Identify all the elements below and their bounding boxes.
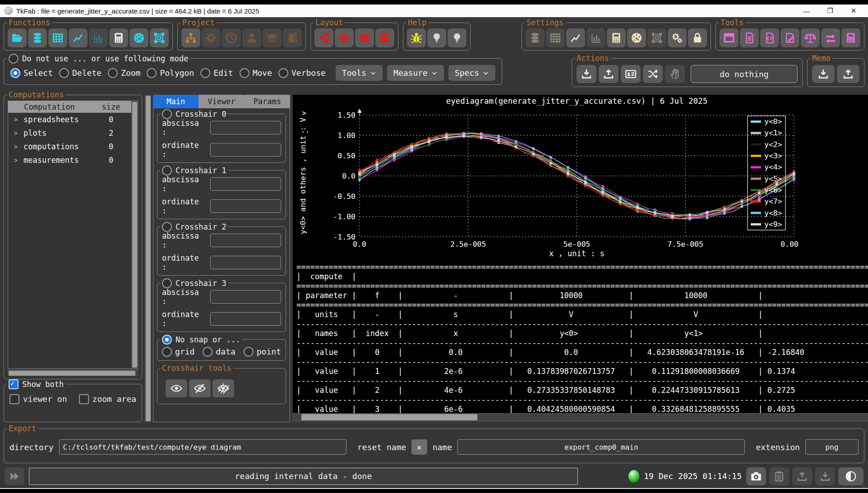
preferences-button[interactable] — [668, 28, 687, 47]
tree-hscrollbar[interactable] — [8, 370, 138, 376]
tree-vscroll-thumb[interactable] — [132, 102, 137, 368]
tool-window-button[interactable] — [720, 28, 739, 47]
checkbox-icon[interactable] — [9, 394, 19, 404]
tab-main[interactable]: Main — [153, 95, 199, 108]
radio-icon[interactable] — [244, 347, 254, 357]
settings-database-button[interactable] — [526, 28, 545, 47]
crosshair-1-ordinate-input[interactable] — [210, 199, 281, 213]
settings-gauge-button[interactable] — [627, 28, 646, 47]
crosshair-2-ordinate-input[interactable] — [210, 256, 281, 269]
tree-row-computations[interactable]: >computations0 — [8, 140, 131, 153]
action-export-button[interactable] — [599, 65, 619, 83]
crosshair-2-radio[interactable] — [162, 222, 172, 232]
chevron-right-icon[interactable]: > — [8, 143, 23, 150]
debug-button[interactable] — [407, 28, 426, 47]
memo-save-button[interactable] — [812, 65, 835, 83]
layout-rows-button[interactable] — [375, 28, 394, 47]
directory-input[interactable]: C:/tclsoft/tkfab/test/compute/eye diagra… — [59, 439, 346, 455]
resize-grip[interactable]: ∴ — [862, 483, 866, 489]
crosshair-1-abscissa-input[interactable] — [210, 177, 281, 191]
crosshair-hide-button[interactable] — [189, 379, 211, 397]
mode-radio-zoom[interactable]: Zoom — [108, 68, 140, 78]
status-upload-button[interactable] — [792, 467, 812, 485]
inspector-vscrollbar[interactable] — [145, 95, 151, 422]
mode-radio-edit[interactable]: Edit — [200, 68, 233, 78]
status-contrast-button[interactable] — [838, 467, 863, 485]
chevron-right-icon[interactable]: > — [8, 116, 23, 123]
snap-radio-grid[interactable]: grid — [162, 347, 194, 357]
checkbox-icon[interactable] — [79, 394, 89, 404]
tree-vscrollbar[interactable] — [131, 101, 138, 369]
lock-button[interactable] — [688, 28, 707, 47]
no-snap-radio[interactable] — [162, 335, 172, 345]
crosshair-hide-all-button[interactable] — [212, 379, 234, 397]
tool-transfer-button[interactable] — [821, 28, 840, 47]
radio-icon[interactable] — [278, 68, 288, 78]
crosshair-3-abscissa-input[interactable] — [210, 290, 281, 304]
project-door-button[interactable] — [283, 28, 302, 47]
radio-icon[interactable] — [203, 347, 212, 357]
settings-calc-button[interactable] — [607, 28, 626, 47]
tab-viewer[interactable]: Viewer — [199, 95, 244, 108]
tree-row-spreadsheets[interactable]: >spreadsheets0 — [8, 113, 131, 126]
polygon-button[interactable] — [150, 28, 169, 47]
action-hand-button[interactable] — [665, 65, 685, 83]
line-plot-button[interactable] — [69, 28, 88, 47]
reset-name-button[interactable]: ✕ — [411, 439, 427, 455]
fast-forward-button[interactable] — [5, 467, 24, 485]
crosshair-2-abscissa-input[interactable] — [210, 234, 281, 247]
export-name-input[interactable]: export_comp0_main — [457, 439, 745, 455]
action-card-button[interactable] — [621, 65, 641, 83]
crosshair-3-radio[interactable] — [162, 278, 172, 288]
calculator-button[interactable] — [109, 28, 128, 47]
tool-compare-button[interactable] — [801, 28, 820, 47]
tool-document-button[interactable] — [740, 28, 759, 47]
project-user-button[interactable] — [242, 28, 261, 47]
spreadsheet-button[interactable] — [48, 28, 67, 47]
settings-table-button[interactable] — [546, 28, 565, 47]
do-nothing-button[interactable]: do nothing — [691, 65, 798, 83]
snap-radio-data[interactable]: data — [203, 347, 235, 357]
settings-polygon-button[interactable] — [647, 28, 666, 47]
crosshair-0-ordinate-input[interactable] — [210, 143, 281, 157]
gauge-button[interactable] — [129, 28, 148, 47]
tab-params[interactable]: Params — [245, 95, 290, 108]
plot-canvas[interactable]: eyediagram(generate_jitter_y_accurate.cs… — [293, 95, 868, 260]
project-gear-button[interactable] — [202, 28, 221, 47]
maximize-button[interactable]: ❐ — [820, 7, 840, 15]
close-button[interactable]: ✕ — [844, 7, 863, 15]
settings-plot-button[interactable] — [566, 28, 585, 47]
layout-target-button[interactable] — [335, 28, 354, 47]
layout-columns-button[interactable] — [355, 28, 374, 47]
settings-bars-button[interactable] — [586, 28, 605, 47]
minimize-button[interactable]: — — [797, 7, 817, 15]
radio-icon[interactable] — [147, 68, 157, 78]
tool-script-button[interactable] — [760, 28, 779, 47]
tree-row-measurements[interactable]: >measurements0 — [8, 153, 131, 167]
tool-edit-button[interactable] — [780, 28, 799, 47]
mode-radio-move[interactable]: Move — [240, 68, 272, 78]
tree-hscroll-thumb[interactable] — [9, 371, 135, 376]
menu-button-tools[interactable]: Tools — [336, 65, 383, 81]
hint-2-button[interactable] — [448, 28, 466, 47]
layout-tree-button[interactable] — [314, 28, 333, 47]
mode-radio-select[interactable]: Select — [10, 68, 53, 78]
hierarchy-button[interactable] — [181, 28, 200, 47]
extension-input[interactable]: png — [805, 439, 859, 455]
inspector-vscroll-thumb[interactable] — [146, 96, 151, 421]
crosshair-0-radio[interactable] — [162, 109, 172, 119]
project-clock-button[interactable] — [222, 28, 241, 47]
radio-icon[interactable] — [240, 68, 249, 78]
table-hscroll-thumb[interactable] — [301, 414, 477, 420]
status-download-button[interactable] — [815, 467, 835, 485]
crosshair-show-button[interactable] — [166, 379, 187, 397]
memo-load-button[interactable] — [837, 65, 859, 83]
crosshair-3-ordinate-input[interactable] — [210, 312, 281, 326]
menu-button-measure[interactable]: Measure — [387, 65, 444, 81]
tree-row-plots[interactable]: >plots2 — [8, 126, 131, 140]
radio-icon[interactable] — [108, 68, 118, 78]
mode-radio-polygon[interactable]: Polygon — [147, 68, 194, 78]
mode-radio-verbose[interactable]: Verbose — [278, 68, 326, 78]
table-hscrollbar[interactable] — [293, 413, 868, 421]
hint-1-button[interactable] — [427, 28, 446, 47]
